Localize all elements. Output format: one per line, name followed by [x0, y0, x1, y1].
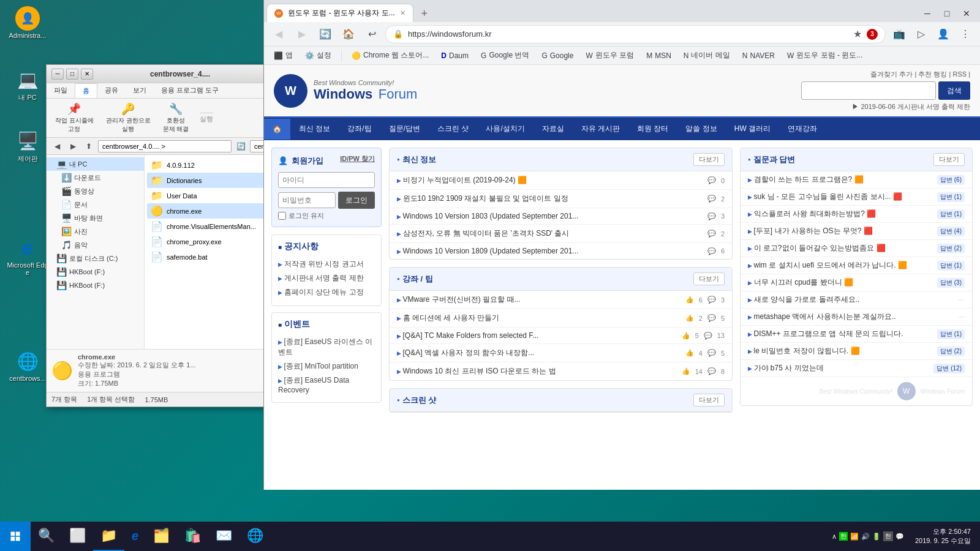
bookmark-settings[interactable]: ⚙️ 설정 [300, 48, 336, 62]
new-tab-btn[interactable]: + [416, 5, 433, 22]
bookmark-apps[interactable]: ⬛ 앱 [269, 48, 298, 62]
lecture-post-3[interactable]: [Q&A] 엑셀 사용자 정의 함수와 내장함... 👍 4 💬 5 [390, 344, 732, 362]
sidebar-item-hkboot2[interactable]: 💾 HKBoot (F:) [47, 279, 144, 292]
fe-maximize-btn[interactable]: □ [66, 69, 78, 80]
cast-btn[interactable]: 📺 [889, 24, 909, 44]
fe-tab-share[interactable]: 공유 [97, 83, 126, 98]
fe-tab-file[interactable]: 파일 [47, 83, 75, 98]
taskbar-chrome[interactable]: 🌐 [239, 522, 271, 551]
remember-checkbox[interactable] [278, 212, 286, 220]
taskbar-clock[interactable]: 오후 2:50:47 2019. 9. 25 수요일 [915, 527, 974, 546]
fe-back-btn[interactable]: ◀ [50, 140, 64, 153]
sidebar-item-music[interactable]: 🎵 음악 [47, 238, 144, 252]
qa-item-7[interactable]: 새로 양식을 가로로 돌려주세요.. [741, 291, 972, 309]
sidebar-item-hkboot1[interactable]: 💾 HKBoot (F:) [47, 265, 144, 279]
latest-post-3[interactable]: 삼성전자, 오류 無 빅데이터 품은 '초격차 SSD' 출시 💬 2 [390, 225, 732, 243]
bookmark-star-icon[interactable]: ★ [853, 28, 862, 40]
fe-close-btn[interactable]: ✕ [81, 69, 93, 80]
omnibox[interactable]: 🔒 https://windowsforum.kr ★ 3 [385, 25, 886, 43]
taskbar-folder[interactable]: 🗂️ [146, 522, 177, 551]
wf-search-input[interactable] [801, 81, 936, 100]
lecture-post-1[interactable]: 홈 에디션에 세 사용자 만들기 👍 2 💬 5 [390, 309, 732, 328]
nav-right-btn[interactable]: ▷ [911, 24, 931, 44]
history-btn[interactable]: ↩ [362, 24, 382, 44]
taskbar-taskvw[interactable]: ⬜ [62, 522, 93, 551]
fe-ribbon-compat-btn[interactable]: 🔧 호환성문제 해결 [159, 101, 193, 135]
notice-item-0[interactable]: 저작권 위반 시정 권고서 [278, 257, 375, 271]
browser-tab-active[interactable]: W 윈도우 포럼 - 윈도우 사용자 도... ✕ [266, 4, 413, 22]
latest-post-0[interactable]: 비정기 누적업데이트 (2019-09-24) 🟧 💬 0 [390, 171, 732, 190]
bookmark-daum[interactable]: D Daum [436, 50, 473, 62]
nav-serial[interactable]: 연재강좌 [779, 118, 826, 140]
nav-free[interactable]: 자유 게시판 [573, 118, 628, 140]
sidebar-item-docs[interactable]: 📄 문서 [47, 198, 144, 211]
menu-btn[interactable]: ⋮ [956, 24, 975, 44]
fe-minimize-btn[interactable]: ─ [51, 69, 64, 80]
qa-item-4[interactable]: 이 로고?없이 들어갈수 있는방법좀요 🟥 답변 (2) [741, 240, 972, 257]
latest-post-4[interactable]: Windows 10 Version 1809 (Updated Septemb… [390, 243, 732, 259]
taskbar-store[interactable]: 🛍️ [177, 522, 208, 551]
taskbar-explorer[interactable]: 📁 [93, 522, 124, 551]
latest-post-1[interactable]: 윈도10 19h2 1909 재설치 불필요 및 업데이트 일정 💬 2 [390, 190, 732, 208]
bookmark-google-trans[interactable]: G Google 번역 [476, 48, 534, 62]
sidebar-item-photos[interactable]: 🖼️ 사진 [47, 225, 144, 238]
notice-item-1[interactable]: 게시판내 서명 출력 제한 [278, 271, 375, 285]
browser-minimize-btn[interactable]: ─ [919, 5, 936, 22]
start-button[interactable] [0, 522, 31, 551]
sidebar-item-mypc[interactable]: 💻 내 PC [47, 157, 144, 171]
fe-ribbon-admin-btn[interactable]: 🔑 관리자 권한으로실행 [102, 101, 154, 135]
nav-home[interactable]: 🏠 [264, 119, 290, 140]
extension-badge[interactable]: 3 [867, 29, 878, 40]
bookmark-winforum[interactable]: W 윈도우 포럼 [581, 48, 639, 62]
bookmark-google[interactable]: G Google [537, 50, 578, 62]
fe-up-btn[interactable]: ⬆ [82, 140, 96, 153]
lecture-post-0[interactable]: VMware 구버전(신버전) 필요할 때... 👍 6 💬 3 [390, 291, 732, 309]
user-account-btn[interactable]: 👤 [933, 24, 953, 44]
nav-hw[interactable]: HW 갤러리 [726, 118, 779, 140]
fe-address-input[interactable] [98, 140, 232, 152]
reload-btn[interactable]: 🔄 [315, 24, 335, 44]
taskbar-mail[interactable]: ✉️ [208, 522, 239, 551]
nav-info[interactable]: 알쓸 정보 [677, 118, 725, 140]
nav-screenshot[interactable]: 스크린 샷 [429, 118, 477, 140]
bookmark-naver-mail[interactable]: N 네이버 메일 [679, 48, 735, 62]
wf-search-btn[interactable]: 검색 [938, 81, 970, 100]
wf-lectures-more-btn[interactable]: 다보기 [693, 272, 725, 285]
wf-id-input[interactable] [278, 172, 375, 188]
event-item-1[interactable]: [종료] MniTool partition [278, 359, 375, 373]
bookmark-chrome-store[interactable]: 🟡 Chrome 웹 스토어... [347, 48, 434, 62]
desktop-icon-centbrowser[interactable]: 🌐 centbrows... [6, 349, 49, 382]
browser-close-btn[interactable]: ✕ [958, 5, 975, 22]
sidebar-item-videos[interactable]: 🎬 동영상 [47, 184, 144, 198]
fe-forward-btn[interactable]: ▶ [66, 140, 80, 153]
taskbar-edge[interactable]: e [124, 522, 146, 551]
fe-tab-home[interactable]: 홈 [75, 83, 97, 98]
sidebar-item-desktop[interactable]: 🖥️ 바탕 화면 [47, 211, 144, 225]
lecture-post-4[interactable]: Windows 10 최신 프리뷰 ISO 다운로드 하는 법 👍 14 💬 8 [390, 362, 732, 380]
bookmark-naver[interactable]: N NAVER [737, 50, 780, 62]
bookmark-msn[interactable]: M MSN [641, 50, 676, 62]
qa-item-6[interactable]: 너무 시끄러 cpud를 봤더니 🟧 답변 (3) [741, 274, 972, 291]
home-btn[interactable]: 🏠 [339, 24, 358, 44]
desktop-icon-edge[interactable]: e Microsoft Edge [6, 236, 49, 276]
event-item-0[interactable]: [종료] EaseUS 라이센스 이벤트 [278, 335, 375, 359]
lecture-post-2[interactable]: [Q&A] TC Make Folders from selected F...… [390, 328, 732, 344]
qa-item-2[interactable]: 익스플로러 사왕 최대화하는방법? 🟥 답변 (1) [741, 206, 972, 223]
sidebar-item-downloads[interactable]: ⬇️ 다운로드 [47, 171, 144, 184]
qa-item-3[interactable]: [두포] 내가 사용하는 OS는 무엇? 🟥 답변 (4) [741, 223, 972, 240]
notice-item-2[interactable]: 홈페이지 상단 메뉴 고정 [278, 285, 375, 299]
qa-item-11[interactable]: 가야 b75 사 끼었는데 답변 (12) [741, 360, 972, 377]
fe-tab-view[interactable]: 보기 [126, 83, 154, 98]
nav-lecture[interactable]: 강좌/팁 [339, 118, 380, 140]
wf-pw-input[interactable] [278, 192, 336, 208]
back-btn[interactable]: ◀ [269, 24, 288, 44]
qa-item-10[interactable]: le 비밀번호 저장이 않됩니다. 🟧 답변 (2) [741, 343, 972, 360]
qa-item-9[interactable]: DISM++ 프로그램으로 앱 삭제 문의 드립니다. 답변 (1) [741, 326, 972, 343]
wf-qa-more-btn[interactable]: 다보기 [933, 153, 965, 166]
fe-tab-tools[interactable]: 응용 프로그램 도구 [154, 83, 226, 98]
desktop-icon-control[interactable]: 🖥️ 제어판 [6, 129, 49, 163]
qa-item-0[interactable]: 겸할이 쓰는 하드 프로그램은? 🟧 답변 (6) [741, 171, 972, 189]
latest-post-2[interactable]: Windows 10 Version 1803 (Updated Septemb… [390, 208, 732, 225]
qa-item-1[interactable]: suk 님 - 모든 고수님들 올린 사진좀 보시... 🟥 답변 (1) [741, 189, 972, 206]
desktop-icon-mypc[interactable]: 💻 내 PC [6, 67, 49, 102]
